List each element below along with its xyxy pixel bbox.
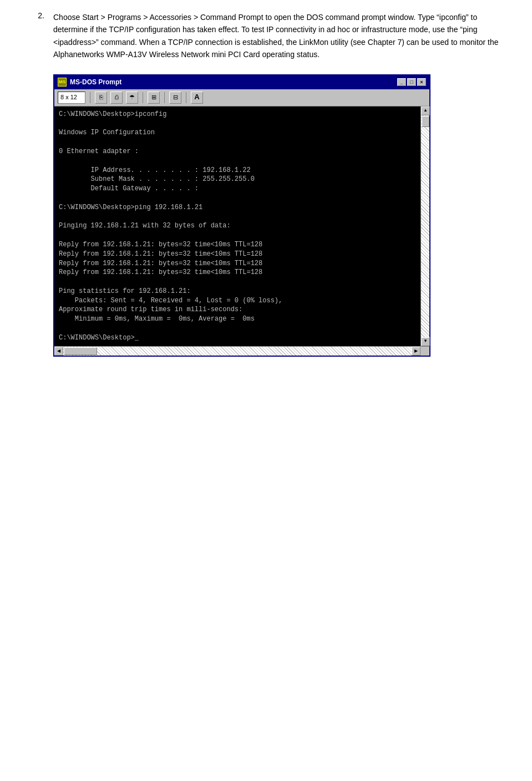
dos-bottom-bar: ◀ ▶ bbox=[54, 346, 429, 356]
restore-button[interactable]: □ bbox=[407, 78, 416, 86]
paragraph-text: Choose Start > Programs > Accessories > … bbox=[53, 13, 499, 59]
dos-scrollbar-vertical[interactable]: ▲ ▼ bbox=[420, 106, 429, 346]
dos-titlebar: MS MS-DOS Prompt _ □ × bbox=[54, 75, 429, 89]
scrollbar-corner bbox=[420, 347, 429, 356]
scroll-up-button[interactable]: ▲ bbox=[421, 106, 430, 115]
dos-scrollbar-horizontal[interactable]: ◀ ▶ bbox=[54, 347, 420, 356]
close-button[interactable]: × bbox=[417, 78, 426, 86]
toolbar-separator-2 bbox=[143, 92, 143, 103]
dos-toolbar: 8 x 12 ⎘ ⎙ ☂ ⊞ ⊟ A bbox=[54, 89, 429, 106]
dos-window: MS MS-DOS Prompt _ □ × 8 x 12 ⎘ ⎙ ☂ bbox=[53, 74, 430, 357]
toolbar-btn-mark[interactable]: ☂ bbox=[126, 92, 138, 104]
toolbar-btn-fullscreen[interactable]: ⊞ bbox=[148, 92, 160, 104]
toolbar-separator-1 bbox=[90, 92, 90, 103]
dos-terminal[interactable]: C:\WINDOWS\Desktop>ipconfig Windows IP C… bbox=[54, 106, 420, 346]
dos-content-area: C:\WINDOWS\Desktop>ipconfig Windows IP C… bbox=[54, 106, 429, 346]
dos-titlebar-left: MS MS-DOS Prompt bbox=[58, 77, 121, 88]
page-content: 2. Choose Start > Programs > Accessories… bbox=[22, 11, 510, 357]
scroll-track-vertical bbox=[421, 115, 429, 337]
scroll-left-button[interactable]: ◀ bbox=[54, 347, 63, 356]
toolbar-btn-copy[interactable]: ⎘ bbox=[95, 92, 107, 104]
dos-window-buttons: _ □ × bbox=[397, 78, 426, 86]
list-item-2: 2. Choose Start > Programs > Accessories… bbox=[33, 11, 510, 357]
minimize-button[interactable]: _ bbox=[397, 78, 406, 86]
toolbar-btn-properties[interactable]: ⊟ bbox=[169, 92, 181, 104]
list-number: 2. bbox=[33, 11, 44, 357]
scroll-right-button[interactable]: ▶ bbox=[412, 347, 420, 356]
toolbar-separator-4 bbox=[186, 92, 186, 103]
scroll-down-button[interactable]: ▼ bbox=[421, 337, 430, 346]
scroll-thumb-horizontal[interactable] bbox=[64, 347, 97, 355]
toolbar-btn-font[interactable]: A bbox=[191, 92, 203, 104]
list-text: Choose Start > Programs > Accessories > … bbox=[53, 11, 510, 357]
scroll-thumb-vertical[interactable] bbox=[422, 116, 429, 127]
toolbar-btn-paste[interactable]: ⎙ bbox=[110, 92, 123, 104]
font-size-select[interactable]: 8 x 12 bbox=[58, 92, 85, 104]
toolbar-separator-3 bbox=[164, 92, 165, 103]
dos-window-title: MS-DOS Prompt bbox=[70, 77, 121, 88]
dos-window-icon: MS bbox=[58, 78, 67, 87]
scroll-track-horizontal bbox=[63, 347, 412, 356]
